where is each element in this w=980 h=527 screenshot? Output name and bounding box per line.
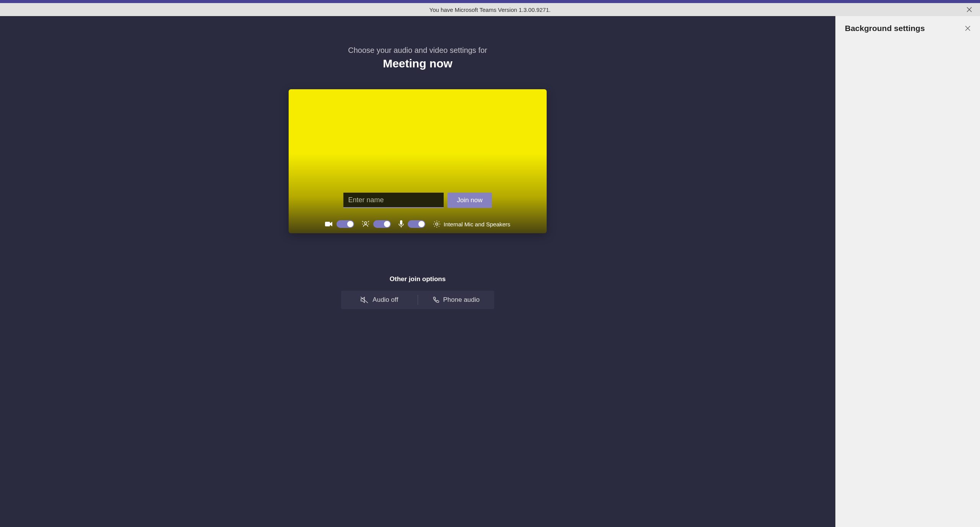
prejoin-header: Choose your audio and video settings for… <box>348 46 487 70</box>
version-notification-bar: You have Microsoft Teams Version 1.3.00.… <box>0 3 980 16</box>
svg-rect-6 <box>400 220 402 225</box>
microphone-icon <box>399 220 404 228</box>
av-controls-row: Internal Mic and Speakers <box>289 220 547 228</box>
toggle-knob <box>347 221 353 227</box>
device-label: Internal Mic and Speakers <box>444 221 510 227</box>
audio-off-option[interactable]: Audio off <box>341 296 418 304</box>
version-notification-text: You have Microsoft Teams Version 1.3.00.… <box>430 7 551 13</box>
other-options-card: Audio off Phone audio <box>341 291 494 309</box>
close-icon <box>966 7 972 13</box>
phone-audio-option[interactable]: Phone audio <box>418 296 495 304</box>
name-join-row: Join now <box>289 193 547 208</box>
side-panel-header: Background settings <box>845 24 971 33</box>
audio-off-label: Audio off <box>372 296 398 304</box>
speaker-off-icon <box>360 296 369 304</box>
svg-rect-0 <box>325 222 330 226</box>
background-settings-panel: Background settings <box>835 16 980 527</box>
camera-control-group <box>325 220 354 228</box>
side-panel-title: Background settings <box>845 24 925 33</box>
other-options-title: Other join options <box>341 275 494 283</box>
title-bar-purple <box>0 0 980 3</box>
camera-toggle[interactable] <box>336 220 354 228</box>
phone-icon <box>433 296 439 303</box>
phone-audio-label: Phone audio <box>443 296 480 304</box>
close-icon <box>965 25 971 31</box>
background-blur-control-group <box>362 220 391 228</box>
toggle-knob <box>418 221 425 227</box>
side-panel-close-button[interactable] <box>965 25 971 31</box>
mic-toggle[interactable] <box>408 220 425 228</box>
notification-close-button[interactable] <box>966 7 972 13</box>
gear-icon <box>433 220 441 228</box>
prejoin-subtitle: Choose your audio and video settings for <box>348 46 487 55</box>
svg-line-2 <box>362 221 363 222</box>
name-input[interactable] <box>343 193 444 208</box>
background-blur-icon <box>362 221 369 227</box>
svg-line-3 <box>368 221 369 222</box>
svg-point-1 <box>364 222 367 224</box>
mic-control-group <box>399 220 425 228</box>
device-settings-group[interactable]: Internal Mic and Speakers <box>433 220 510 228</box>
svg-point-8 <box>436 223 438 225</box>
camera-icon <box>325 221 333 227</box>
prejoin-main-area: Choose your audio and video settings for… <box>0 16 835 527</box>
other-join-options: Other join options Audio off <box>341 275 494 309</box>
background-blur-toggle[interactable] <box>373 220 391 228</box>
join-now-button[interactable]: Join now <box>448 193 492 208</box>
toggle-knob <box>384 221 390 227</box>
prejoin-title: Meeting now <box>348 57 487 70</box>
video-preview-card: Join now <box>289 89 547 233</box>
